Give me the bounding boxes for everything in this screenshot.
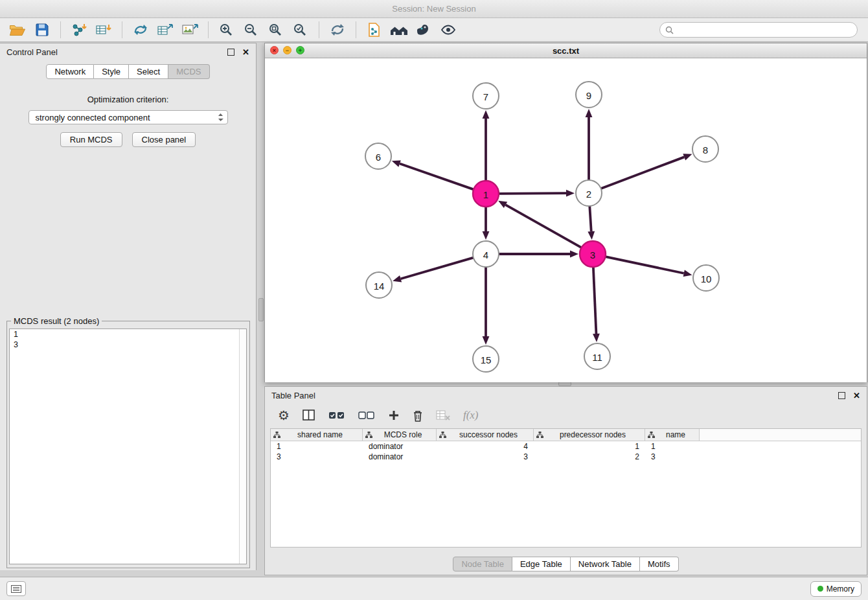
column-header-successor-nodes[interactable]: successor nodes bbox=[437, 429, 534, 441]
graph-edge-1-7[interactable] bbox=[483, 110, 490, 181]
network-canvas[interactable]: 7968124314101511 bbox=[265, 58, 867, 382]
import-table-button[interactable] bbox=[93, 20, 115, 40]
function-builder-icon: f(x) bbox=[463, 409, 479, 422]
table-row[interactable]: 3dominator323 bbox=[271, 452, 861, 462]
optimization-criterion-label: Optimization criterion: bbox=[0, 95, 256, 104]
tab-style[interactable]: Style bbox=[94, 64, 129, 79]
maximize-window-icon[interactable]: + bbox=[296, 46, 304, 54]
zoom-in-button[interactable] bbox=[216, 20, 238, 40]
graph-node-6[interactable]: 6 bbox=[365, 143, 391, 169]
select-all-icon[interactable] bbox=[328, 411, 345, 420]
window-title: Session: New Session bbox=[392, 4, 475, 14]
float-table-panel-icon[interactable] bbox=[838, 392, 845, 399]
graph-edge-2-9[interactable] bbox=[586, 109, 593, 180]
zoom-selected-button[interactable] bbox=[290, 20, 312, 40]
graph-edge-3-10[interactable] bbox=[606, 257, 692, 277]
table-tab-node-table[interactable]: Node Table bbox=[453, 557, 512, 571]
graph-edge-2-3[interactable] bbox=[588, 206, 595, 240]
import-network-button[interactable] bbox=[68, 20, 90, 40]
graph-node-7[interactable]: 7 bbox=[473, 83, 499, 109]
table-tab-motifs[interactable]: Motifs bbox=[640, 557, 679, 571]
new-table-button[interactable] bbox=[154, 20, 176, 40]
criterion-select[interactable]: strongly connected component bbox=[29, 110, 228, 124]
graph-edge-4-15[interactable] bbox=[483, 267, 490, 345]
graph-node-3[interactable]: 3 bbox=[580, 241, 606, 267]
node-table-header: shared nameMCDS rolesuccessor nodesprede… bbox=[271, 429, 861, 441]
eye-icon bbox=[440, 23, 457, 37]
open-file-button[interactable] bbox=[6, 20, 29, 40]
close-table-panel-icon[interactable]: ✕ bbox=[853, 391, 860, 400]
graph-node-10[interactable]: 10 bbox=[693, 265, 719, 291]
table-tab-network-table[interactable]: Network Table bbox=[571, 557, 640, 571]
run-mcds-button[interactable]: Run MCDS bbox=[60, 132, 122, 147]
zoom-fit-button[interactable] bbox=[265, 20, 287, 40]
search-input[interactable] bbox=[677, 25, 852, 35]
memory-button[interactable]: Memory bbox=[810, 581, 862, 597]
graph-node-9[interactable]: 9 bbox=[576, 82, 602, 108]
column-header-MCDS-role[interactable]: MCDS role bbox=[363, 429, 437, 441]
graph-node-label: 11 bbox=[592, 352, 602, 363]
table-row[interactable]: 1dominator411 bbox=[271, 441, 861, 452]
deselect-all-icon[interactable] bbox=[358, 411, 375, 420]
select-columns-icon[interactable] bbox=[303, 410, 315, 421]
graph-node-14[interactable]: 14 bbox=[366, 272, 392, 298]
vertical-splitter[interactable] bbox=[257, 43, 264, 570]
table-cell: 3 bbox=[271, 452, 363, 461]
graph-edge-4-14[interactable] bbox=[393, 258, 474, 283]
table-tab-edge-table[interactable]: Edge Table bbox=[512, 557, 571, 571]
graph-node-1[interactable]: 1 bbox=[473, 181, 499, 207]
graph-node-2[interactable]: 2 bbox=[576, 180, 602, 206]
close-window-icon[interactable]: × bbox=[270, 46, 279, 54]
apply-style-button[interactable] bbox=[413, 20, 435, 40]
sort-tree-icon bbox=[273, 432, 280, 438]
graph-node-15[interactable]: 15 bbox=[473, 346, 499, 372]
network-window-titlebar[interactable]: × − + scc.txt bbox=[265, 43, 867, 58]
graph-node-8[interactable]: 8 bbox=[692, 136, 718, 162]
refresh-layout-button[interactable] bbox=[326, 20, 348, 40]
delete-column-icon[interactable] bbox=[413, 410, 423, 422]
node-table-body: 1dominator4113dominator323 bbox=[271, 441, 861, 462]
export-image-button[interactable] bbox=[179, 20, 201, 40]
zoom-out-icon bbox=[244, 23, 259, 37]
horizontal-splitter-grip[interactable] bbox=[558, 382, 571, 386]
search-field[interactable] bbox=[659, 22, 858, 38]
graph-edge-4-3[interactable] bbox=[499, 251, 578, 258]
close-panel-icon[interactable]: ✕ bbox=[242, 48, 249, 56]
graph-edge-1-6[interactable] bbox=[392, 160, 474, 189]
zoom-out-button[interactable] bbox=[240, 20, 262, 40]
splitter-grip[interactable] bbox=[258, 298, 264, 321]
minimize-window-icon[interactable]: − bbox=[283, 46, 291, 54]
graph-edge-3-1[interactable] bbox=[498, 201, 581, 248]
new-network-button[interactable] bbox=[130, 20, 152, 40]
table-toolbar: ⚙ f(x) bbox=[265, 404, 867, 427]
graph-edge-2-8[interactable] bbox=[601, 154, 692, 189]
network-overview-button[interactable] bbox=[363, 20, 385, 40]
mcds-result-title: MCDS result (2 nodes) bbox=[11, 316, 102, 326]
export-image-icon bbox=[181, 23, 198, 37]
column-header-name[interactable]: name bbox=[645, 429, 700, 441]
float-panel-icon[interactable] bbox=[227, 49, 234, 56]
column-header-shared-name[interactable]: shared name bbox=[271, 429, 363, 441]
show-graphics-button[interactable] bbox=[437, 20, 459, 40]
toolbar-separator bbox=[60, 21, 61, 38]
close-panel-button[interactable]: Close panel bbox=[132, 132, 196, 147]
main-toolbar bbox=[0, 18, 868, 42]
graph-node-label: 4 bbox=[483, 249, 488, 260]
graph-edge-1-4[interactable] bbox=[483, 207, 490, 240]
tab-mcds[interactable]: MCDS bbox=[168, 64, 209, 79]
save-session-button[interactable] bbox=[31, 20, 53, 40]
graph-node-11[interactable]: 11 bbox=[584, 343, 610, 369]
graph-node-4[interactable]: 4 bbox=[473, 241, 499, 267]
home-layout-button[interactable] bbox=[388, 20, 410, 40]
column-header-predecessor-nodes[interactable]: predecessor nodes bbox=[534, 429, 645, 441]
tab-network[interactable]: Network bbox=[46, 64, 94, 79]
add-column-icon[interactable] bbox=[388, 410, 400, 421]
tab-select[interactable]: Select bbox=[129, 64, 168, 79]
sort-tree-icon bbox=[536, 432, 543, 438]
graph-edge-1-2[interactable] bbox=[499, 190, 575, 197]
delete-table-icon bbox=[436, 410, 450, 421]
result-scrollbar[interactable] bbox=[239, 329, 246, 564]
table-settings-gear-icon[interactable]: ⚙ bbox=[278, 409, 290, 422]
task-history-button[interactable] bbox=[6, 581, 26, 596]
graph-edge-3-11[interactable] bbox=[593, 267, 600, 342]
